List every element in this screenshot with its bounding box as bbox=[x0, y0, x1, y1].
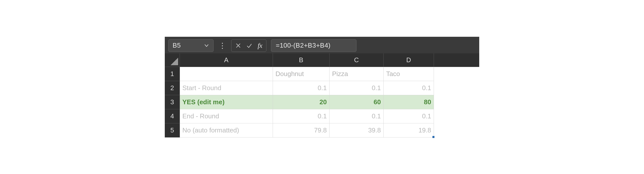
table-row: End - Round 0.1 0.1 0.1 bbox=[180, 109, 479, 123]
formula-bar: B5 ⋮ fx =100-(B2+B3+B4) bbox=[165, 37, 479, 53]
cell-C3[interactable]: 60 bbox=[330, 95, 384, 109]
table-row: Start - Round 0.1 0.1 0.1 bbox=[180, 81, 479, 95]
table-row: No (auto formatted) 79.8 39.8 19.8 bbox=[180, 123, 479, 137]
more-options-icon[interactable]: ⋮ bbox=[218, 42, 227, 49]
cell-B5[interactable]: 79.8 bbox=[273, 123, 330, 137]
cancel-icon[interactable] bbox=[235, 42, 242, 49]
name-box[interactable]: B5 bbox=[168, 39, 214, 52]
chevron-down-icon[interactable] bbox=[204, 43, 209, 48]
formula-controls: fx bbox=[231, 39, 266, 52]
column-headers: A B C D bbox=[165, 53, 479, 67]
cell-D5[interactable]: 19.8 bbox=[384, 123, 434, 137]
fx-icon[interactable]: fx bbox=[257, 42, 263, 50]
cell-B1[interactable]: Doughnut bbox=[273, 67, 330, 81]
select-all-button[interactable] bbox=[165, 53, 180, 67]
column-header-B[interactable]: B bbox=[273, 53, 330, 67]
cell-C1[interactable]: Pizza bbox=[330, 67, 384, 81]
cell-C2[interactable]: 0.1 bbox=[330, 81, 384, 95]
row-header-4[interactable]: 4 bbox=[165, 109, 180, 123]
name-box-value: B5 bbox=[173, 42, 181, 49]
grid: 1 2 3 4 5 Doughnut Pizza Taco Start - Ro… bbox=[165, 67, 479, 137]
row-header-1[interactable]: 1 bbox=[165, 67, 180, 81]
confirm-icon[interactable] bbox=[246, 42, 253, 49]
cell-value: 19.8 bbox=[418, 126, 431, 134]
cell-A4[interactable]: End - Round bbox=[180, 109, 273, 123]
table-row: YES (edit me) 20 60 80 bbox=[180, 95, 479, 109]
row-header-2[interactable]: 2 bbox=[165, 81, 180, 95]
cell-D2[interactable]: 0.1 bbox=[384, 81, 434, 95]
table-row: Doughnut Pizza Taco bbox=[180, 67, 479, 81]
cell-B4[interactable]: 0.1 bbox=[273, 109, 330, 123]
formula-text: =100-(B2+B3+B4) bbox=[276, 42, 331, 49]
fill-handle[interactable] bbox=[432, 136, 434, 138]
cell-A5[interactable]: No (auto formatted) bbox=[180, 123, 273, 137]
cell-C5[interactable]: 39.8 bbox=[330, 123, 384, 137]
spreadsheet-window: B5 ⋮ fx =100-(B2+B3+B4) A B C D 1 bbox=[165, 37, 479, 137]
cell-D1[interactable]: Taco bbox=[384, 67, 434, 81]
column-header-C[interactable]: C bbox=[330, 53, 384, 67]
cell-D4[interactable]: 0.1 bbox=[384, 109, 434, 123]
row-headers: 1 2 3 4 5 bbox=[165, 67, 180, 137]
cell-B2[interactable]: 0.1 bbox=[273, 81, 330, 95]
cell-B3[interactable]: 20 bbox=[273, 95, 330, 109]
row-header-3[interactable]: 3 bbox=[165, 95, 180, 109]
cell-A1[interactable] bbox=[180, 67, 273, 81]
column-header-D[interactable]: D bbox=[384, 53, 434, 67]
row-header-5[interactable]: 5 bbox=[165, 123, 180, 137]
cell-C4[interactable]: 0.1 bbox=[330, 109, 384, 123]
cell-A2[interactable]: Start - Round bbox=[180, 81, 273, 95]
cell-D3[interactable]: 80 bbox=[384, 95, 434, 109]
cells-area: Doughnut Pizza Taco Start - Round 0.1 0.… bbox=[180, 67, 479, 137]
column-header-A[interactable]: A bbox=[180, 53, 273, 67]
formula-input[interactable]: =100-(B2+B3+B4) bbox=[271, 39, 356, 52]
cell-A3[interactable]: YES (edit me) bbox=[180, 95, 273, 109]
